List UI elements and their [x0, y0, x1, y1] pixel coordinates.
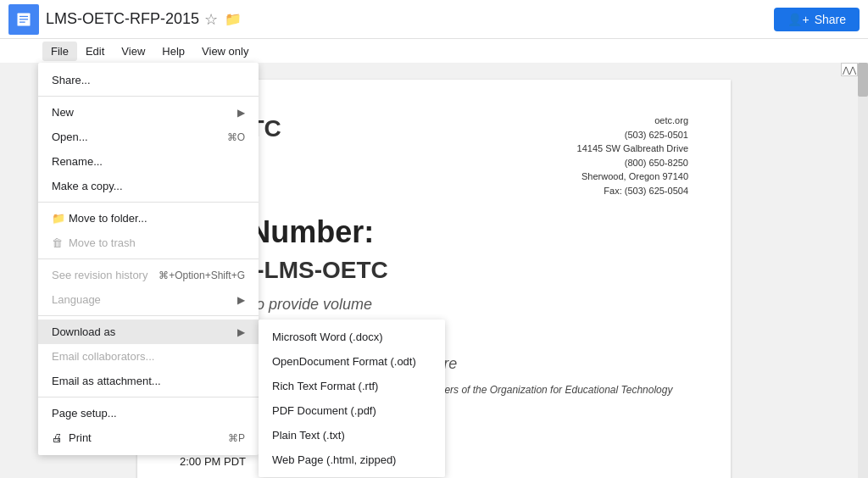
menu-revision-history: See revision history ⌘+Option+Shift+G [38, 263, 259, 287]
star-icon[interactable]: ☆ [204, 10, 218, 29]
divider-5 [38, 397, 259, 397]
contact-phone2: (800) 650-8250 [577, 156, 688, 170]
download-txt[interactable]: Plain Text (.txt) [259, 423, 445, 447]
trash-icon: 🗑 [52, 236, 69, 249]
contact-address2: Sherwood, Oregon 97140 [577, 170, 688, 184]
divider-3 [38, 258, 259, 259]
contact-phone1: (503) 625-0501 [577, 128, 688, 142]
menu-share[interactable]: Share... [38, 68, 259, 92]
download-arrow-icon: ▶ [237, 326, 245, 338]
share-icon: 👤+ [787, 13, 809, 26]
app-icon [8, 4, 39, 35]
topbar: LMS-OETC-RFP-2015 ☆ 📁 👤+ Share [0, 0, 868, 39]
download-rtf[interactable]: Rich Text Format (.rtf) [259, 374, 445, 398]
language-arrow-icon: ▶ [237, 294, 245, 306]
menu-rename[interactable]: Rename... [38, 149, 259, 174]
folder-icon[interactable]: 📁 [225, 11, 242, 27]
download-submenu: Microsoft Word (.docx) OpenDocument Form… [259, 320, 445, 477]
contact-website: oetc.org [577, 114, 688, 128]
open-shortcut: ⌘O [227, 131, 245, 143]
menu-edit[interactable]: Edit [77, 42, 113, 61]
scrollbar-track[interactable] [858, 63, 868, 478]
contact-fax: Fax: (503) 625-0504 [577, 184, 688, 198]
menu-move-to-folder[interactable]: 📁 Move to folder... [38, 206, 259, 231]
menu-file[interactable]: File [42, 42, 77, 61]
divider-4 [38, 315, 259, 316]
menubar: File Edit View Help View only [0, 39, 868, 63]
menu-make-copy[interactable]: Make a copy... [38, 174, 259, 198]
file-dropdown: Share... New ▶ Open... ⌘O Rename... Make… [38, 63, 259, 455]
menu-download-as[interactable]: Download as ▶ Microsoft Word (.docx) Ope… [38, 320, 259, 344]
menu-print[interactable]: 🖨 Print ⌘P [38, 425, 259, 450]
share-button[interactable]: 👤+ Share [774, 8, 860, 31]
new-arrow-icon: ▶ [237, 107, 245, 119]
divider-1 [38, 96, 259, 97]
print-icon: 🖨 [52, 431, 69, 444]
revision-shortcut: ⌘+Option+Shift+G [159, 270, 245, 281]
svg-rect-3 [19, 21, 25, 22]
menu-page-setup[interactable]: Page setup... [38, 401, 259, 425]
svg-rect-1 [19, 15, 28, 16]
contact-info: oetc.org (503) 625-0501 14145 SW Galbrea… [577, 114, 688, 197]
download-docx[interactable]: Microsoft Word (.docx) [259, 325, 445, 349]
menu-language: Language ▶ [38, 287, 259, 312]
download-pdf[interactable]: PDF Document (.pdf) [259, 398, 445, 423]
folder-move-icon: 📁 [52, 212, 69, 225]
menu-open[interactable]: Open... ⌘O [38, 125, 259, 149]
divider-2 [38, 202, 259, 203]
print-shortcut: ⌘P [228, 432, 245, 444]
download-html[interactable]: Web Page (.html, zipped) [259, 447, 445, 472]
menu-move-to-trash: 🗑 Move to trash [38, 231, 259, 255]
download-odt[interactable]: OpenDocument Format (.odt) [259, 349, 445, 374]
collapse-button[interactable]: ⋀⋀ [841, 63, 858, 76]
contact-address1: 14145 SW Galbreath Drive [577, 142, 688, 156]
menu-view[interactable]: View [113, 42, 153, 61]
menu-view-only[interactable]: View only [193, 42, 257, 61]
svg-rect-2 [19, 19, 28, 19]
menu-new[interactable]: New ▶ [38, 100, 259, 125]
scrollbar-thumb[interactable] [858, 63, 868, 97]
menu-email-attachment[interactable]: Email as attachment... [38, 369, 259, 393]
doc-title: LMS-OETC-RFP-2015 [46, 10, 199, 28]
menu-email-collaborators: Email collaborators... [38, 344, 259, 369]
menu-help[interactable]: Help [153, 42, 193, 61]
